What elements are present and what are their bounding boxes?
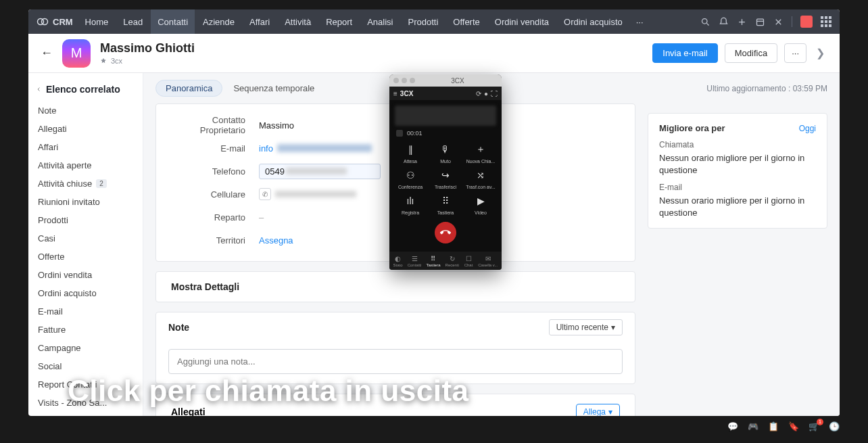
next-record-button[interactable]: ❯ <box>813 44 827 62</box>
close-dot[interactable] <box>393 78 399 83</box>
dialer-nav-chat[interactable]: ☐Chat <box>464 254 473 267</box>
nav-lead[interactable]: Lead <box>116 9 149 34</box>
user-avatar[interactable] <box>800 16 813 28</box>
send-email-button[interactable]: Invia e-mail <box>652 43 717 63</box>
dialer-mute-button[interactable]: 🎙Muto <box>430 142 461 164</box>
sidebar-item-projects[interactable]: Zoho Projects <box>35 412 143 416</box>
dialer-nav-contacts[interactable]: ☰Contatti <box>408 254 422 267</box>
sidebar-item-quotes[interactable]: Offerte <box>35 248 143 266</box>
bell-icon[interactable] <box>719 17 729 27</box>
tab-timeline[interactable]: Sequenza temporale <box>233 83 314 93</box>
dialer-newcall-button[interactable]: ＋Nuova Chia... <box>465 142 496 164</box>
dialer-status-icon[interactable]: ● <box>484 90 488 97</box>
tray-cart-icon[interactable]: 🛒1 <box>809 421 819 432</box>
dialer-window[interactable]: 3CX ≡ 3CX ⟳ ● ⛶ 00:01 ∥Attesa 🎙Muto ＋Nuo… <box>389 74 502 270</box>
best-time-email-label: E-mail <box>659 183 816 192</box>
video-icon: ▶ <box>473 193 488 208</box>
edit-button[interactable]: Modifica <box>725 43 777 63</box>
hangup-icon <box>440 227 451 238</box>
dialer-nav-keypad[interactable]: ⠿Tastiera <box>426 254 440 267</box>
sidebar-item-social[interactable]: Social <box>35 357 143 375</box>
sidebar-item-allegati[interactable]: Allegati <box>35 120 143 138</box>
sidebar-item-contact-reports[interactable]: Report Contatti <box>35 375 143 394</box>
sidebar-item-invoices[interactable]: Fatture <box>35 321 143 339</box>
min-dot[interactable] <box>402 78 407 83</box>
dialer-keypad-button[interactable]: ⠿Tastiera <box>430 193 461 215</box>
dialer-expand-icon[interactable]: ⛶ <box>491 90 498 97</box>
calendar-icon[interactable] <box>755 17 765 27</box>
tray-clipboard-icon[interactable]: 📋 <box>768 421 779 432</box>
dialer-nav-voicemail[interactable]: ✉Casella v... <box>478 254 498 267</box>
sidebar-item-cases[interactable]: Casi <box>35 229 143 248</box>
dialer-conference-button[interactable]: ⚇Conferenza <box>395 168 426 189</box>
tools-icon[interactable] <box>773 17 783 27</box>
dialer-video-button[interactable]: ▶Video <box>465 193 496 215</box>
nav-prodotti[interactable]: Prodotti <box>401 9 445 34</box>
sidebar-item-purchase-orders[interactable]: Ordini acquisto <box>35 284 143 302</box>
sidebar-item-email[interactable]: E-mail <box>35 302 143 321</box>
dialer-nav-recents[interactable]: ↻Recenti <box>445 254 459 267</box>
nav-contatti[interactable]: Contatti <box>151 9 195 34</box>
system-tray: 💬 🎮 📋 🔖 🛒1 🕒 <box>727 419 840 434</box>
nav-affari[interactable]: Affari <box>243 9 276 34</box>
sidebar-item-closed-activities[interactable]: Attività chiuse2 <box>35 174 143 193</box>
nav-analisi[interactable]: Analisi <box>360 9 400 34</box>
notes-sort-dropdown[interactable]: Ultimo recente ▾ <box>549 319 623 335</box>
hamburger-icon[interactable]: ≡ <box>393 90 397 97</box>
sidebar-item-open-activities[interactable]: Attività aperte <box>35 156 143 174</box>
nav-offerte[interactable]: Offerte <box>446 9 487 34</box>
tray-clock-icon[interactable]: 🕒 <box>829 421 840 432</box>
attach-button[interactable]: Allega ▾ <box>576 404 620 416</box>
search-icon[interactable] <box>700 17 710 27</box>
hangup-button[interactable] <box>435 222 456 243</box>
max-dot[interactable] <box>410 78 415 83</box>
dialer-brand: 3CX <box>400 90 413 97</box>
nav-ordini-acquisto[interactable]: Ordini acquisto <box>557 9 629 34</box>
dialer-refresh-icon[interactable]: ⟳ <box>476 90 481 97</box>
voicemail-icon: ✉ <box>483 254 493 262</box>
sidebar-item-visits[interactable]: Visits - Zoho Sa... <box>35 394 143 412</box>
tray-chat-icon[interactable]: 💬 <box>727 421 738 432</box>
collapse-icon[interactable] <box>35 85 43 93</box>
nav-report[interactable]: Report <box>319 9 359 34</box>
dialer-record-button[interactable]: ılıRegistra <box>395 193 426 215</box>
sidebar-item-note[interactable]: Note <box>35 101 143 120</box>
nav-home[interactable]: Home <box>78 9 116 34</box>
details-section[interactable]: Mostra Dettagli <box>155 271 635 302</box>
tray-bookmark-icon[interactable]: 🔖 <box>788 421 799 432</box>
sidebar-item-meetings[interactable]: Riunioni invitato <box>35 193 143 211</box>
tray-game-icon[interactable]: 🎮 <box>748 421 758 432</box>
phone-value[interactable]: 0549 <box>259 164 381 179</box>
notes-section: Note Ultimo recente ▾ <box>155 312 635 384</box>
back-button[interactable]: ← <box>41 46 53 60</box>
apps-grid-icon[interactable] <box>821 16 831 27</box>
nav-ordini-vendita[interactable]: Ordini vendita <box>488 9 556 34</box>
dialer-nav-status[interactable]: ◐Stato <box>393 254 403 267</box>
plus-icon[interactable] <box>737 17 747 27</box>
plus-icon: ＋ <box>473 142 488 157</box>
more-actions-button[interactable]: ··· <box>784 43 806 63</box>
nav-aziende[interactable]: Aziende <box>196 9 241 34</box>
attachments-header: Allegati <box>171 406 206 416</box>
nav-more[interactable]: ··· <box>631 17 649 27</box>
dialer-titlebar[interactable]: 3CX <box>389 74 502 87</box>
dialer-hold-button[interactable]: ∥Attesa <box>395 142 426 164</box>
mobile-value[interactable]: ✆ <box>259 188 356 200</box>
sidebar-item-affari[interactable]: Affari <box>35 138 143 156</box>
best-time-call-msg: Nessun orario migliore per il giorno in … <box>659 152 816 176</box>
sidebar-item-sales-orders[interactable]: Ordini vendita <box>35 266 143 284</box>
sidebar-item-campaigns[interactable]: Campagne <box>35 339 143 357</box>
chat-icon: ☐ <box>464 254 473 262</box>
svg-rect-6 <box>757 19 764 25</box>
today-link[interactable]: Oggi <box>799 124 816 133</box>
dialer-attended-transfer-button[interactable]: ⤭Trasf.con av... <box>465 168 496 189</box>
sidebar-item-products[interactable]: Prodotti <box>35 211 143 229</box>
add-note-input[interactable] <box>168 349 623 374</box>
nav-attivita[interactable]: Attività <box>278 9 318 34</box>
territory-label: Territori <box>171 235 259 246</box>
dialer-transfer-button[interactable]: ↪Trasferisci <box>430 168 461 189</box>
dialer-bottom-nav: ◐Stato ☰Contatti ⠿Tastiera ↻Recenti ☐Cha… <box>389 252 502 270</box>
tab-overview[interactable]: Panoramica <box>155 80 222 97</box>
email-value[interactable]: info <box>259 143 372 154</box>
territory-assign[interactable]: Assegna <box>259 235 293 246</box>
